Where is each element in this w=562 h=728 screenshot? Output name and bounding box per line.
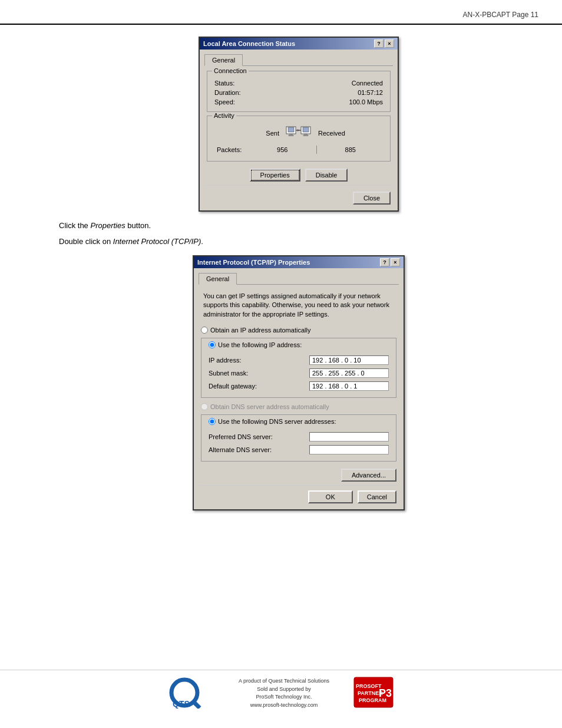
dialog2-ok-cancel-row: OK Cancel bbox=[199, 488, 399, 505]
svg-text:P3: P3 bbox=[379, 687, 392, 699]
svg-text:PROSOFT: PROSOFT bbox=[356, 683, 382, 689]
dialog2-subnet-input[interactable] bbox=[309, 368, 389, 378]
dialog1-tab-bar: General bbox=[204, 54, 393, 66]
dialog2-radio-manual-ip-label: Use the following IP address: bbox=[218, 341, 302, 348]
dialog2-advanced-button[interactable]: Advanced... bbox=[341, 469, 396, 482]
dialog2-controls: ? × bbox=[380, 258, 400, 266]
dialog2-preferred-row: Preferred DNS server: bbox=[206, 430, 391, 443]
dialog2-radio-auto-dns[interactable] bbox=[201, 403, 208, 410]
dialog2-tab-general[interactable]: General bbox=[199, 273, 237, 285]
dialog1-connection-group: Connection Status: Connected Duration: 0… bbox=[207, 71, 391, 112]
svg-text:QTS: QTS bbox=[173, 699, 190, 709]
dialog2-alternate-input[interactable] bbox=[309, 445, 389, 454]
dialog2-ok-button[interactable]: OK bbox=[308, 490, 353, 503]
dialog2-title-area: Internet Protocol (TCP/IP) Properties bbox=[197, 259, 310, 266]
dialog2-wrapper: Internet Protocol (TCP/IP) Properties ? … bbox=[193, 255, 405, 510]
instruction1-prefix: Click the bbox=[59, 221, 90, 230]
dialog2-close-button[interactable]: × bbox=[391, 258, 400, 266]
svg-rect-5 bbox=[303, 127, 309, 132]
dialog2-help-button[interactable]: ? bbox=[380, 258, 389, 266]
dialog1-status-label: Status: bbox=[214, 80, 234, 87]
dialog1-tab-general[interactable]: General bbox=[204, 54, 243, 66]
dialog2-radio-manual-ip[interactable] bbox=[209, 341, 216, 348]
dialog1-separator bbox=[204, 185, 393, 186]
footer-prosoft: ProSoft Technology Inc. bbox=[239, 693, 329, 701]
svg-rect-3 bbox=[289, 135, 293, 136]
dialog1-speed-label: Speed: bbox=[214, 98, 235, 106]
dialog1-status-value: Connected bbox=[352, 80, 383, 87]
packets-separator bbox=[316, 146, 317, 154]
dialog2-radio-auto-ip-row: Obtain an IP address automatically bbox=[199, 325, 399, 335]
footer-company: A product of Quest Technical Solutions bbox=[239, 677, 329, 686]
dialog2-preferred-input[interactable] bbox=[309, 432, 389, 442]
instruction2-italic: Internet Protocol (TCP/IP) bbox=[113, 237, 201, 246]
page-title: AN-X-PBCAPT Page 11 bbox=[462, 11, 538, 19]
network-computers-icon bbox=[286, 124, 312, 142]
dialog1-controls: ? × bbox=[374, 39, 394, 48]
dialog2-radio-auto-ip[interactable] bbox=[201, 327, 208, 334]
dialog1-button-row: Properties Disable bbox=[204, 165, 393, 183]
dialog2-separator bbox=[199, 485, 399, 486]
dialog2-gateway-label: Default gateway: bbox=[209, 383, 309, 390]
dialog2-body: General You can get IP settings assigned… bbox=[194, 268, 404, 509]
dialog2-ip-group: Use the following IP address: IP address… bbox=[201, 338, 396, 398]
dialog2-radio-manual-dns-row: Use the following DNS server addresses: bbox=[206, 416, 391, 427]
dialog2-radio-manual-dns[interactable] bbox=[209, 418, 216, 425]
dialog2-subnet-row: Subnet mask: bbox=[206, 367, 391, 380]
footer-text-block: A product of Quest Technical Solutions S… bbox=[239, 677, 329, 709]
dialog2-info-text: You can get IP settings assigned automat… bbox=[199, 289, 399, 321]
dialog2-preferred-label: Preferred DNS server: bbox=[209, 433, 309, 440]
svg-rect-1 bbox=[288, 127, 294, 132]
dialog1-close-btn[interactable]: Close bbox=[353, 192, 391, 205]
dialog1-activity-title: Activity bbox=[212, 112, 236, 119]
dialog1-activity-icon-row: Sent bbox=[212, 123, 385, 143]
instruction1: Click the Properties button. bbox=[59, 221, 151, 230]
dialog2-radio-auto-dns-label: Obtain DNS server address automatically bbox=[210, 403, 329, 410]
dialog2-gateway-row: Default gateway: bbox=[206, 380, 391, 393]
dialog1: Local Area Connection Status ? × General bbox=[199, 37, 399, 212]
network-icon bbox=[284, 124, 313, 142]
dialog1-close-row: Close bbox=[204, 188, 393, 206]
dialog1-disable-button[interactable]: Disable bbox=[305, 169, 348, 182]
dialog1-activity-group: Activity Sent bbox=[207, 116, 391, 162]
instruction2: Double click on Internet Protocol (TCP/I… bbox=[59, 237, 203, 246]
page-header: AN-X-PBCAPT Page 11 bbox=[0, 0, 562, 25]
p3-logo: PROSOFT PARTNER PROGRAM P3 bbox=[353, 676, 394, 710]
dialog2-radio-manual-dns-label: Use the following DNS server addresses: bbox=[218, 418, 336, 425]
svg-marker-9 bbox=[297, 129, 299, 131]
footer-sold: Sold and Supported by bbox=[239, 686, 329, 694]
dialog1-packets-label: Packets: bbox=[217, 146, 252, 153]
dialog2-alternate-row: Alternate DNS server: bbox=[206, 443, 391, 456]
dialog2-ip-label: IP address: bbox=[209, 357, 309, 364]
svg-rect-2 bbox=[290, 134, 292, 135]
dialog1-titlebar: Local Area Connection Status ? × bbox=[200, 38, 398, 50]
dialog1-received-label: Received bbox=[313, 130, 381, 137]
svg-line-12 bbox=[193, 701, 200, 708]
dialog1-packets-row: Packets: 956 885 bbox=[212, 143, 385, 156]
dialog1-body: General Connection Status: Connected Dur… bbox=[200, 50, 398, 210]
dialog2-alternate-label: Alternate DNS server: bbox=[209, 446, 309, 453]
dialog1-close-button[interactable]: × bbox=[385, 39, 394, 48]
dialog1-duration-label: Duration: bbox=[214, 89, 241, 96]
dialog1-properties-button[interactable]: Properties bbox=[250, 169, 300, 182]
page-footer: QTS A product of Quest Technical Solutio… bbox=[0, 670, 562, 716]
dialog2-radio-auto-dns-row: Obtain DNS server address automatically bbox=[199, 401, 399, 412]
dialog1-status-row: Status: Connected bbox=[212, 78, 385, 88]
dialog2-dns-group: Use the following DNS server addresses: … bbox=[201, 414, 396, 462]
dialog1-packets-sent: 956 bbox=[252, 146, 313, 153]
dialog2-gateway-input[interactable] bbox=[309, 381, 389, 391]
dialog1-duration-value: 01:57:12 bbox=[358, 89, 383, 96]
dialog2-cancel-button[interactable]: Cancel bbox=[358, 490, 396, 503]
dialog1-duration-row: Duration: 01:57:12 bbox=[212, 88, 385, 97]
dialog2-titlebar: Internet Protocol (TCP/IP) Properties ? … bbox=[194, 256, 404, 268]
dialog1-help-button[interactable]: ? bbox=[374, 39, 384, 48]
dialog2-advanced-row: Advanced... bbox=[199, 465, 399, 483]
svg-rect-6 bbox=[305, 134, 307, 135]
svg-rect-7 bbox=[303, 135, 308, 136]
dialog2-radio-auto-ip-label: Obtain an IP address automatically bbox=[210, 327, 310, 334]
page-content: Local Area Connection Status ? × General bbox=[0, 25, 562, 522]
dialog2-ip-input[interactable] bbox=[309, 355, 389, 365]
instruction2-prefix: Double click on bbox=[59, 237, 113, 246]
dialog2-ip-row: IP address: bbox=[206, 354, 391, 367]
dialog2-tab-bar: General bbox=[199, 273, 399, 285]
